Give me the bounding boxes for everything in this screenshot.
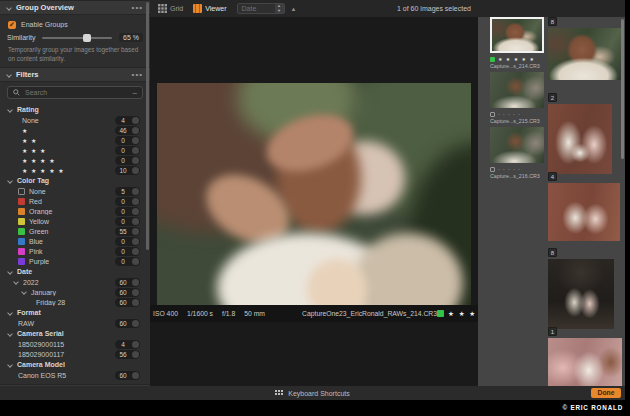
- thumb-star-rating: ★ ★ ★ ★ ★: [498, 56, 535, 62]
- filter-row-rating-5[interactable]: ★ ★ ★ ★ ★ 10: [0, 165, 150, 175]
- filter-row-color-yellow[interactable]: Yellow 0: [0, 216, 150, 226]
- count-pill[interactable]: 0: [115, 257, 140, 266]
- count-pill[interactable]: 0: [115, 197, 140, 206]
- format-section-header[interactable]: Format: [0, 307, 150, 318]
- grid-view-button[interactable]: Grid: [158, 4, 183, 13]
- similarity-slider[interactable]: [42, 37, 112, 39]
- filter-row-color-green[interactable]: Green 55: [0, 226, 150, 236]
- group-count-badge: 2: [548, 93, 557, 102]
- group-thumbnail[interactable]: [548, 183, 620, 241]
- count-pill[interactable]: 0: [115, 247, 140, 256]
- filter-row-date-january[interactable]: January 60: [0, 287, 150, 297]
- group-thumbnail[interactable]: [548, 259, 614, 329]
- count-pill[interactable]: 5: [115, 187, 140, 196]
- group-item[interactable]: 2: [548, 93, 612, 174]
- group-item[interactable]: 8: [548, 248, 614, 329]
- overflow-menu-icon[interactable]: •••: [132, 6, 143, 10]
- stepper-icon[interactable]: ▲▼: [275, 4, 284, 13]
- count-pill[interactable]: 46: [115, 126, 140, 135]
- count-pill[interactable]: 60: [115, 298, 140, 307]
- color-tag-green-icon: [490, 57, 495, 62]
- filmstrip-thumbnail[interactable]: [490, 127, 544, 163]
- count-pill[interactable]: 60: [115, 278, 140, 287]
- similarity-label: Similarity: [7, 34, 35, 41]
- filter-row-color-pink[interactable]: Pink 0: [0, 246, 150, 256]
- filter-row-date-2022[interactable]: 2022 60: [0, 277, 150, 287]
- format-title: Format: [17, 309, 41, 316]
- count-pill[interactable]: 56: [115, 350, 140, 359]
- filter-row-rating-3[interactable]: ★ ★ ★ 0: [0, 145, 150, 155]
- done-button[interactable]: Done: [591, 388, 621, 398]
- search-input[interactable]: [23, 88, 133, 97]
- sidebar-scrollbar[interactable]: [146, 2, 149, 250]
- count-pill[interactable]: 60: [115, 371, 140, 380]
- count-pill[interactable]: 4: [115, 116, 140, 125]
- group-thumbnail[interactable]: [548, 104, 612, 174]
- color-tag-section-header[interactable]: Color Tag: [0, 175, 150, 186]
- enable-groups-checkbox[interactable]: ✓: [8, 21, 16, 29]
- filter-row-color-blue[interactable]: Blue 0: [0, 236, 150, 246]
- sort-by-select[interactable]: Date ▲▼: [237, 3, 285, 14]
- rating-section-header[interactable]: Rating: [0, 104, 150, 115]
- filter-row-model-r5[interactable]: Canon EOS R5 60: [0, 370, 150, 380]
- main-photo[interactable]: [157, 83, 471, 305]
- thumb-star-rating: · · · · ·: [498, 166, 521, 172]
- group-item[interactable]: 8: [548, 17, 622, 80]
- camera-serial-section-header[interactable]: Camera Serial: [0, 328, 150, 339]
- count-pill[interactable]: 10: [115, 166, 140, 175]
- chevron-down-icon: [21, 289, 27, 295]
- count-pill[interactable]: 60: [115, 288, 140, 297]
- filter-row-rating-2[interactable]: ★ ★ 0: [0, 135, 150, 145]
- color-swatch-red: [18, 198, 25, 205]
- count-pill[interactable]: 4: [115, 340, 140, 349]
- color-tag-green-icon[interactable]: [437, 310, 444, 317]
- color-swatch-orange: [18, 208, 25, 215]
- filmstrip-item[interactable]: · · · · · Capture...s_215.CR3: [490, 72, 544, 125]
- viewer-view-button[interactable]: Viewer: [193, 4, 226, 13]
- filmstrip-item[interactable]: ★ ★ ★ ★ ★ Capture...s_214.CR3: [490, 17, 544, 70]
- count-pill[interactable]: 0: [115, 237, 140, 246]
- clear-search-icon[interactable]: –: [133, 89, 137, 97]
- enable-groups-label: Enable Groups: [21, 21, 140, 28]
- groups-scrollbar[interactable]: [621, 19, 624, 159]
- filmstrip-thumbnail[interactable]: [490, 72, 544, 108]
- overflow-menu-icon[interactable]: •••: [132, 73, 143, 77]
- groups-panel: ★ ★ ★ ★ ★ Capture...s_214.CR3 · · · · · …: [478, 17, 625, 386]
- exif-focal: 50 mm: [244, 310, 265, 317]
- sort-ascending-icon[interactable]: ▲: [291, 6, 297, 12]
- filter-row-color-purple[interactable]: Purple 0: [0, 256, 150, 266]
- filters-header[interactable]: Filters •••: [0, 67, 150, 82]
- date-section-header[interactable]: Date: [0, 266, 150, 277]
- slider-thumb[interactable]: [83, 34, 91, 42]
- keyboard-shortcuts-button[interactable]: Keyboard Shortcuts: [275, 390, 349, 397]
- group-overview-header[interactable]: Group Overview •••: [0, 0, 150, 15]
- filter-row-rating-none[interactable]: None 4: [0, 115, 150, 125]
- filter-row-color-orange[interactable]: Orange 0: [0, 206, 150, 216]
- filter-row-color-red[interactable]: Red 0: [0, 196, 150, 206]
- count-pill[interactable]: 60: [115, 319, 140, 328]
- enable-groups-row[interactable]: ✓ Enable Groups: [0, 18, 150, 31]
- group-thumbnail[interactable]: [548, 338, 622, 386]
- count-pill[interactable]: 55: [115, 227, 140, 236]
- count-pill[interactable]: 0: [115, 207, 140, 216]
- count-pill[interactable]: 0: [115, 136, 140, 145]
- group-item[interactable]: 1: [548, 327, 622, 386]
- count-pill[interactable]: 0: [115, 217, 140, 226]
- count-pill[interactable]: 0: [115, 146, 140, 155]
- count-pill[interactable]: 0: [115, 156, 140, 165]
- filter-row-serial-115[interactable]: 185029000115 4: [0, 339, 150, 349]
- app-window: Group Overview ••• ✓ Enable Groups Simil…: [0, 0, 630, 416]
- exif-bar: ISO 400 1/1600 s f/1.8 50 mm CaptureOne2…: [150, 305, 478, 322]
- group-thumbnail[interactable]: [548, 28, 622, 80]
- filter-row-rating-1[interactable]: ★ 46: [0, 125, 150, 135]
- group-item[interactable]: 4: [548, 172, 620, 241]
- filmstrip-item[interactable]: · · · · · Capture...s_216.CR3: [490, 127, 544, 180]
- filter-row-rating-4[interactable]: ★ ★ ★ ★ 0: [0, 155, 150, 165]
- camera-model-section-header[interactable]: Camera Model: [0, 359, 150, 370]
- filter-row-date-friday28[interactable]: Friday 28 60: [0, 297, 150, 307]
- filter-row-format-raw[interactable]: RAW 60: [0, 318, 150, 328]
- search-box[interactable]: –: [7, 86, 143, 99]
- filter-row-serial-117[interactable]: 185029000117 56: [0, 349, 150, 359]
- filmstrip-thumbnail[interactable]: [490, 17, 544, 53]
- filter-row-color-none[interactable]: None 5: [0, 186, 150, 196]
